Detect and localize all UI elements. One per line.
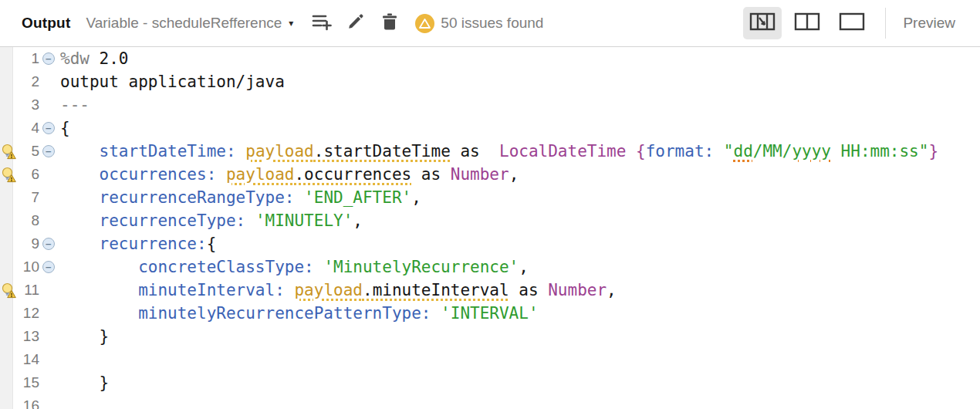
- code-token-plain: [431, 304, 441, 323]
- code-token-plain: [60, 304, 138, 323]
- fold-slot: −: [39, 122, 60, 134]
- code-lines: 1−%dw 2.02output application/java3---4−{…: [0, 47, 980, 409]
- toolbar-actions: [309, 10, 411, 36]
- warning-lightbulb-icon[interactable]: [0, 282, 16, 299]
- delete-transform-button[interactable]: [377, 10, 403, 36]
- code-token-key: minuteInterval:: [138, 281, 285, 299]
- code-token-key: concreteClassType:: [138, 258, 314, 276]
- code-line[interactable]: 10− concreteClassType: 'MinutelyRecurren…: [0, 255, 980, 279]
- code-line[interactable]: 11 minuteInterval: payload.minuteInterva…: [0, 279, 980, 302]
- code-text[interactable]: minutelyRecurrencePatternType: 'INTERVAL…: [60, 304, 539, 323]
- code-token-plain: as: [451, 142, 499, 161]
- line-number: 8: [16, 212, 39, 229]
- code-token-plain: ,: [519, 258, 529, 276]
- code-text[interactable]: }: [60, 374, 109, 392]
- code-line[interactable]: 14: [0, 348, 980, 371]
- fold-collapse-icon[interactable]: −: [42, 122, 55, 134]
- code-line[interactable]: 12 minutelyRecurrencePatternType: 'INTER…: [0, 302, 980, 325]
- fold-collapse-icon[interactable]: −: [42, 52, 55, 65]
- line-number: 15: [16, 374, 39, 391]
- code-token-key: startDateTime:: [100, 142, 236, 161]
- issues-count-text: 50 issues found: [441, 15, 543, 32]
- code-line[interactable]: 13 }: [0, 325, 980, 348]
- code-token-payload: payload: [294, 281, 363, 299]
- code-line[interactable]: 1−%dw 2.0: [0, 47, 980, 70]
- code-token-key: recurrenceType:: [100, 211, 246, 230]
- code-token-plain: [714, 142, 724, 161]
- line-number: 1: [16, 50, 39, 67]
- code-token-plain: [60, 142, 100, 161]
- fold-collapse-icon[interactable]: −: [42, 238, 55, 250]
- code-text[interactable]: minuteInterval: payload.minuteInterval a…: [60, 281, 617, 299]
- code-line[interactable]: 2output application/java: [0, 70, 980, 93]
- line-number: 2: [16, 73, 39, 90]
- code-text[interactable]: ---: [60, 96, 90, 114]
- fold-collapse-icon[interactable]: −: [42, 261, 55, 273]
- code-token-gray: %dw: [60, 49, 90, 68]
- code-line[interactable]: 3---: [0, 93, 980, 117]
- line-number: 10: [16, 259, 39, 275]
- preview-button[interactable]: Preview: [897, 10, 961, 36]
- fold-slot: −: [39, 261, 60, 273]
- code-line[interactable]: 8 recurrenceType: 'MINUTELY',: [0, 209, 980, 232]
- fold-collapse-icon[interactable]: −: [42, 145, 55, 157]
- issues-indicator[interactable]: 50 issues found: [415, 14, 543, 33]
- code-token-plain: output application/java: [60, 73, 285, 91]
- code-text[interactable]: recurrenceType: 'MINUTELY',: [60, 211, 363, 230]
- code-line[interactable]: 4−{: [0, 117, 980, 140]
- code-text[interactable]: startDateTime: payload.startDateTime as …: [60, 142, 938, 161]
- code-token-plain: ,: [607, 281, 617, 299]
- code-token-plain: [60, 211, 100, 230]
- code-line[interactable]: 15 }: [0, 371, 980, 394]
- code-token-plain: [294, 188, 304, 207]
- variable-selector-label: Variable - scheduleRefference: [86, 15, 282, 32]
- code-token-str: ": [724, 142, 734, 161]
- dataweave-code-editor[interactable]: 1−%dw 2.02output application/java3---4−{…: [0, 47, 980, 409]
- code-line[interactable]: 16: [0, 394, 980, 409]
- code-token-spell: dd: [734, 142, 753, 161]
- code-text[interactable]: recurrence:{: [60, 235, 216, 253]
- code-token-plain: [60, 165, 100, 184]
- line-number: 3: [16, 96, 39, 113]
- line-number: 16: [16, 397, 39, 409]
- code-text[interactable]: %dw 2.0: [60, 49, 129, 68]
- warning-triangle-icon: [415, 14, 434, 33]
- code-line[interactable]: 9− recurrence:{: [0, 232, 980, 255]
- code-token-plain: [60, 188, 100, 207]
- code-text[interactable]: concreteClassType: 'MinutelyRecurrence',: [60, 258, 529, 276]
- code-token-plain: {: [60, 119, 70, 137]
- line-number: 4: [16, 120, 39, 137]
- code-text[interactable]: }: [60, 327, 109, 346]
- code-text[interactable]: {: [60, 119, 70, 137]
- code-token-plain: [314, 258, 324, 276]
- code-token-plain: [216, 165, 226, 184]
- code-line[interactable]: 6 occurrences: payload.occurrences as Nu…: [0, 163, 980, 186]
- fold-slot: −: [39, 145, 60, 157]
- code-line[interactable]: 5− startDateTime: payload.startDateTime …: [0, 140, 980, 163]
- view-split-panes-button[interactable]: [788, 7, 826, 39]
- code-text[interactable]: output application/java: [60, 73, 285, 91]
- variable-selector-dropdown[interactable]: Variable - scheduleRefference ▾: [86, 15, 293, 32]
- fold-slot: −: [39, 52, 60, 65]
- fold-slot: −: [39, 238, 60, 250]
- code-token-plain: [60, 235, 100, 253]
- code-token-str: 'END_AFTER': [304, 188, 411, 207]
- code-token-plain: }: [60, 374, 109, 392]
- edit-transform-button[interactable]: [343, 10, 369, 36]
- view-single-pane-button[interactable]: [833, 7, 871, 39]
- two-pane-icon: [794, 12, 820, 34]
- warning-lightbulb-icon[interactable]: [0, 144, 16, 160]
- add-target-button[interactable]: [309, 10, 335, 36]
- code-token-plain: [626, 142, 636, 161]
- code-text[interactable]: recurrenceRangeType: 'END_AFTER',: [60, 188, 421, 207]
- code-line[interactable]: 7 recurrenceRangeType: 'END_AFTER',: [0, 186, 980, 209]
- code-token-plain: as: [509, 281, 549, 299]
- code-token-payload: payload: [226, 165, 295, 184]
- code-token-chain: .occurrences: [294, 165, 411, 184]
- warning-lightbulb-icon[interactable]: [0, 167, 16, 183]
- view-source-with-tree-button[interactable]: [743, 7, 782, 39]
- line-number: 5: [16, 143, 39, 160]
- code-token-str: /MM/: [753, 142, 792, 161]
- code-token-plain: [60, 258, 138, 276]
- code-text[interactable]: occurrences: payload.occurrences as Numb…: [60, 165, 519, 184]
